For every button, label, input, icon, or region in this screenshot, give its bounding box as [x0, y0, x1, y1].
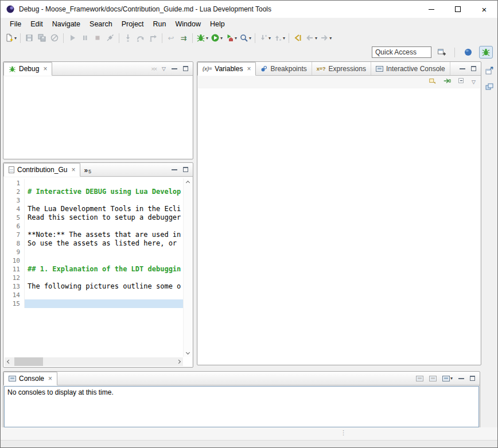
close-tab-icon[interactable]: ×: [247, 65, 251, 72]
line-number[interactable]: 11: [4, 265, 25, 274]
line-number[interactable]: 9: [4, 248, 25, 256]
editor-line[interactable]: 8So use the assets as listed here, or: [4, 239, 183, 248]
editor-line[interactable]: 6: [4, 222, 183, 231]
minimized-view-button[interactable]: [484, 81, 495, 92]
menu-run[interactable]: Run: [149, 19, 171, 29]
line-number[interactable]: 14: [4, 291, 25, 299]
menu-navigate[interactable]: Navigate: [48, 19, 85, 29]
close-tab-icon[interactable]: ×: [43, 65, 47, 72]
editor-line[interactable]: 4The Lua Development Tools in the Ecli: [4, 205, 183, 213]
line-number[interactable]: 10: [4, 256, 25, 265]
line-number[interactable]: 6: [4, 222, 25, 231]
tab-variables[interactable]: (x)= Variables ×: [197, 62, 256, 76]
line-number[interactable]: 2: [4, 188, 25, 196]
editor-code-area[interactable]: 12# Interactive DEBUG using Lua Develop3…: [4, 179, 183, 357]
maximize-view-button[interactable]: [470, 376, 475, 381]
editor-line[interactable]: 13The following pictures outline some o: [4, 282, 183, 291]
minimize-window-button[interactable]: [418, 1, 445, 18]
menu-window[interactable]: Window: [171, 19, 205, 29]
tab-breakpoints[interactable]: Breakpoints: [256, 62, 312, 75]
ldt-perspective-button[interactable]: [461, 46, 475, 59]
editor-line[interactable]: 2# Interactive DEBUG using Lua Develop: [4, 188, 183, 196]
debug-button[interactable]: ▾: [195, 32, 209, 44]
line-number[interactable]: 1: [4, 179, 25, 188]
quick-access-input[interactable]: [372, 46, 431, 58]
tab-debug[interactable]: Debug ×: [3, 62, 52, 76]
run-button[interactable]: ▾: [209, 32, 224, 44]
view-menu-button[interactable]: ▽: [472, 79, 476, 85]
open-console-button[interactable]: ▾: [442, 376, 453, 381]
debug-perspective-button[interactable]: [479, 46, 493, 59]
chevron-down-icon[interactable]: ▾: [220, 36, 223, 41]
line-text: The following pictures outline some o: [25, 282, 183, 291]
editor-line[interactable]: 7**Note:** The assets that are used in: [4, 231, 183, 239]
tab-expressions[interactable]: x=? Expressions: [312, 62, 371, 75]
line-number[interactable]: 4: [4, 205, 25, 213]
maximize-window-button[interactable]: [445, 1, 471, 18]
editor-line[interactable]: 9: [4, 248, 183, 256]
maximize-view-button[interactable]: [183, 167, 188, 172]
chevron-down-icon[interactable]: ▾: [450, 376, 453, 381]
maximize-view-button[interactable]: [471, 66, 476, 71]
chevron-down-icon[interactable]: ▾: [269, 36, 271, 41]
search-button[interactable]: ▾: [238, 32, 252, 44]
scroll-right-button[interactable]: [174, 357, 183, 366]
menu-help[interactable]: Help: [205, 19, 229, 29]
menu-file[interactable]: File: [5, 19, 26, 29]
editor-line[interactable]: 14: [4, 291, 183, 299]
chevron-down-icon[interactable]: ▾: [206, 36, 208, 41]
trim-drag-handle[interactable]: ⋮: [340, 429, 347, 437]
editor-vertical-scrollbar[interactable]: [183, 178, 192, 357]
editor-line[interactable]: 12: [4, 274, 183, 282]
restore-minimized-view-button[interactable]: [484, 65, 495, 76]
maximize-view-button[interactable]: [183, 66, 188, 71]
use-step-filters-button[interactable]: ⇉: [177, 32, 190, 44]
menu-project[interactable]: Project: [117, 19, 149, 29]
line-number[interactable]: 7: [4, 231, 25, 239]
chevron-down-icon[interactable]: ▾: [315, 36, 317, 41]
line-number[interactable]: 3: [4, 196, 25, 205]
line-number[interactable]: 12: [4, 274, 25, 282]
chevron-down-icon[interactable]: ▾: [283, 36, 285, 41]
view-menu-button[interactable]: ▽: [162, 66, 166, 72]
chevron-down-icon[interactable]: ▾: [249, 36, 251, 41]
tab-interactive-console[interactable]: Interactive Console: [371, 62, 450, 75]
editor-line[interactable]: 1: [4, 179, 183, 188]
editor-line[interactable]: 11## 1. Explanation of the LDT debuggin: [4, 265, 183, 274]
show-logical-structures-button[interactable]: [443, 77, 451, 87]
minimize-view-button[interactable]: [172, 169, 177, 170]
editor-line[interactable]: 15: [4, 299, 183, 308]
show-type-names-button[interactable]: [429, 77, 437, 87]
line-number[interactable]: 8: [4, 239, 25, 248]
open-perspective-button[interactable]: [435, 46, 448, 59]
close-window-button[interactable]: ×: [471, 1, 497, 18]
minimize-view-button[interactable]: [172, 68, 177, 69]
line-number[interactable]: 13: [4, 282, 25, 291]
chevron-down-icon[interactable]: ▾: [235, 36, 237, 41]
menu-search[interactable]: Search: [85, 19, 117, 29]
minimize-view-button[interactable]: [460, 68, 465, 69]
scroll-down-button[interactable]: [184, 348, 192, 357]
close-tab-icon[interactable]: ×: [71, 166, 75, 173]
scrollbar-thumb[interactable]: [14, 357, 43, 366]
scroll-left-button[interactable]: [5, 357, 13, 366]
tab-contribution-guide[interactable]: Contribution_Gu ×: [3, 163, 80, 177]
chevron-down-icon[interactable]: ▾: [14, 36, 17, 41]
close-tab-icon[interactable]: ×: [48, 375, 52, 382]
new-button[interactable]: ▾: [3, 32, 18, 44]
menu-edit[interactable]: Edit: [26, 19, 48, 29]
editor-horizontal-scrollbar[interactable]: [5, 357, 183, 366]
minimize-view-button[interactable]: [458, 378, 464, 379]
editor-line[interactable]: 10: [4, 256, 183, 265]
external-tools-button[interactable]: ▾: [224, 32, 238, 44]
scroll-up-button[interactable]: [184, 178, 192, 187]
hidden-editors-chevron[interactable]: » 5: [80, 163, 95, 176]
editor-line[interactable]: 3: [4, 196, 183, 205]
last-edit-location-button[interactable]: [291, 32, 304, 44]
line-number[interactable]: 5: [4, 213, 25, 222]
collapse-all-button[interactable]: [457, 77, 465, 87]
chevron-down-icon[interactable]: ▾: [329, 36, 332, 41]
line-number[interactable]: 15: [4, 299, 25, 308]
editor-line[interactable]: 5Read this section to setup a debugger: [4, 213, 183, 222]
tab-console[interactable]: Console ×: [3, 372, 57, 385]
